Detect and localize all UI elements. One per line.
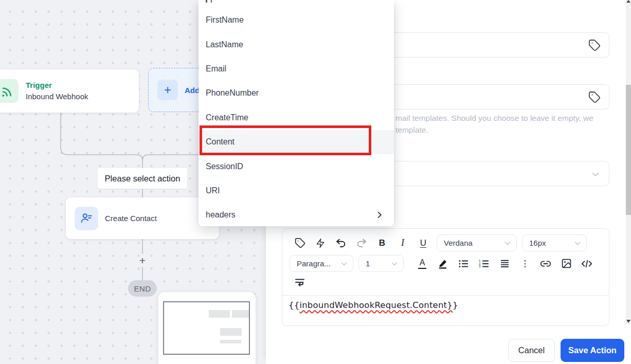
placeholder-block (220, 340, 241, 343)
svg-text:3.: 3. (479, 265, 481, 268)
menu-item-content[interactable]: Content (199, 130, 394, 154)
trigger-title: Trigger (26, 80, 88, 91)
redo-button[interactable] (351, 235, 372, 251)
editor-toolbar-row3 (282, 272, 609, 293)
editor-toolbar-row1: B I U Verdana 16px (282, 229, 609, 251)
font-size-value: 16px (529, 239, 546, 247)
template-variable: inboundWebhookRequest.Content} (299, 300, 453, 310)
plus-glyph: + (164, 83, 171, 97)
contact-icon (75, 207, 98, 230)
menu-item-firstname[interactable]: FirstName (199, 8, 394, 32)
undo-button[interactable] (331, 235, 351, 251)
highlight-color-button[interactable] (432, 256, 453, 271)
insert-image-button[interactable] (556, 256, 576, 271)
create-contact-node[interactable]: Create Contact (66, 197, 219, 239)
chevron-down-icon (504, 240, 511, 247)
more-options-kebab-icon[interactable] (515, 256, 535, 271)
italic-button[interactable]: I (392, 235, 413, 251)
text-wrap-button[interactable] (290, 275, 310, 290)
numbered-list-button[interactable]: 1. 2. 3. (474, 256, 494, 271)
menu-item-headers[interactable]: headers (199, 203, 394, 227)
dynamic-content-icon[interactable] (310, 235, 331, 251)
merge-tag-icon[interactable] (588, 91, 601, 103)
placeholder-block (232, 310, 249, 318)
underline-button[interactable]: U (413, 235, 434, 251)
chevron-down-icon (340, 260, 348, 267)
menu-item-sessionid[interactable]: SessionID (199, 154, 394, 178)
select-action-label: Please select action (98, 168, 187, 189)
insert-link-button[interactable] (535, 256, 556, 271)
paragraph-value: Paragra... (297, 259, 331, 268)
placeholder-block (209, 310, 230, 318)
code-view-button[interactable] (576, 256, 597, 271)
clipped-menu-item (206, 0, 212, 3)
add-label: Add (185, 86, 200, 95)
cancel-button[interactable]: Cancel (508, 339, 555, 362)
end-node: END (128, 280, 157, 297)
save-action-button[interactable]: Save Action (561, 339, 624, 362)
chevron-right-icon (375, 211, 384, 219)
line-height-value: 1 (366, 259, 370, 268)
menu-item-uri[interactable]: URI (199, 178, 394, 203)
menu-item-createtime[interactable]: CreateTime (199, 105, 394, 130)
inbound-webhook-icon (0, 79, 19, 103)
merge-tag-icon[interactable] (588, 39, 601, 51)
insert-step-button[interactable]: + (137, 254, 148, 267)
trigger-node[interactable]: Trigger Inbound Webhook (0, 69, 139, 113)
align-button[interactable] (494, 256, 515, 271)
font-color-button[interactable]: A (412, 256, 432, 271)
chevron-down-icon (591, 170, 600, 178)
chevron-down-icon (391, 260, 398, 267)
placeholder-block (220, 328, 242, 336)
helper-text-line1: mail templates. Should you choose to lea… (395, 114, 593, 123)
template-brace-open: {{ (289, 300, 299, 310)
paragraph-select[interactable]: Paragra... (290, 255, 353, 272)
plus-icon: + (157, 80, 178, 100)
menu-item-phonenumber[interactable]: PhoneNumber (199, 81, 394, 105)
variable-dropdown-menu: FirstName LastName Email PhoneNumber Cre… (199, 0, 394, 226)
bold-button[interactable]: B (372, 235, 392, 251)
panel-scrollbar-thumb[interactable] (626, 85, 631, 215)
trigger-subtitle: Inbound Webhook (26, 91, 88, 102)
menu-item-email[interactable]: Email (199, 57, 394, 81)
font-family-select[interactable]: Verdana (437, 234, 517, 251)
font-size-select[interactable]: 16px (522, 234, 587, 251)
template-preview-frame (163, 301, 250, 355)
menu-item-lastname[interactable]: LastName (199, 32, 394, 57)
chevron-down-icon (574, 240, 581, 247)
line-height-select[interactable]: 1 (358, 255, 404, 272)
trigger-node-text: Trigger Inbound Webhook (26, 80, 88, 102)
workflow-builder-screen: Trigger Inbound Webhook + Add Please sel… (0, 0, 631, 364)
helper-text-line2: template. (395, 125, 428, 135)
template-brace-close: } (453, 300, 458, 310)
rich-text-editor: B I U Verdana 16px Paragra... 1 (282, 228, 609, 326)
bullet-list-button[interactable] (453, 256, 474, 271)
font-family-value: Verdana (444, 239, 473, 247)
template-preview-card[interactable] (158, 292, 256, 364)
editor-content[interactable]: {{inboundWebhookRequest.Content}} (282, 296, 609, 315)
merge-tag-button[interactable] (290, 235, 310, 251)
create-contact-label: Create Contact (105, 214, 157, 223)
editor-toolbar-row2: Paragra... 1 A (282, 251, 609, 272)
